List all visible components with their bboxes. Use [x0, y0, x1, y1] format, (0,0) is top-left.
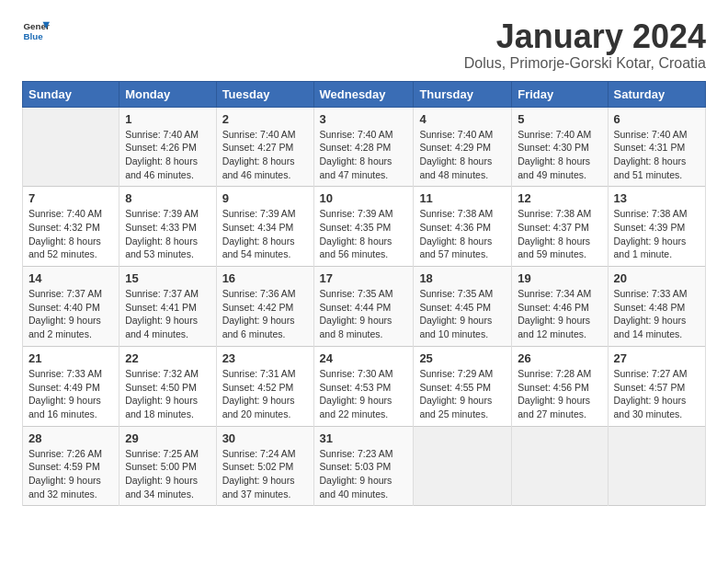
day-info: Sunrise: 7:38 AM Sunset: 4:36 PM Dayligh…	[419, 207, 506, 261]
calendar-cell	[23, 107, 119, 187]
day-info: Sunrise: 7:37 AM Sunset: 4:41 PM Dayligh…	[125, 287, 210, 341]
col-header-monday: Monday	[119, 81, 216, 107]
day-info: Sunrise: 7:32 AM Sunset: 4:50 PM Dayligh…	[125, 367, 210, 421]
week-row-3: 14Sunrise: 7:37 AM Sunset: 4:40 PM Dayli…	[23, 267, 706, 347]
day-number: 30	[222, 431, 308, 445]
day-info: Sunrise: 7:28 AM Sunset: 4:56 PM Dayligh…	[518, 367, 601, 421]
day-number: 4	[419, 112, 506, 126]
col-header-thursday: Thursday	[414, 81, 512, 107]
day-info: Sunrise: 7:26 AM Sunset: 4:59 PM Dayligh…	[28, 447, 113, 501]
calendar-cell: 31Sunrise: 7:23 AM Sunset: 5:03 PM Dayli…	[313, 426, 414, 506]
calendar-cell: 30Sunrise: 7:24 AM Sunset: 5:02 PM Dayli…	[216, 426, 313, 506]
day-info: Sunrise: 7:37 AM Sunset: 4:40 PM Dayligh…	[28, 287, 113, 341]
svg-text:Blue: Blue	[24, 31, 44, 41]
day-info: Sunrise: 7:35 AM Sunset: 4:45 PM Dayligh…	[419, 287, 506, 341]
calendar-cell	[414, 426, 512, 506]
calendar-cell: 9Sunrise: 7:39 AM Sunset: 4:34 PM Daylig…	[216, 187, 313, 267]
day-number: 7	[28, 191, 113, 205]
col-header-tuesday: Tuesday	[216, 81, 313, 107]
day-number: 18	[419, 271, 506, 285]
day-info: Sunrise: 7:24 AM Sunset: 5:02 PM Dayligh…	[222, 447, 308, 501]
calendar-cell: 17Sunrise: 7:35 AM Sunset: 4:44 PM Dayli…	[313, 267, 414, 347]
day-info: Sunrise: 7:40 AM Sunset: 4:29 PM Dayligh…	[419, 128, 506, 182]
calendar-cell: 25Sunrise: 7:29 AM Sunset: 4:55 PM Dayli…	[414, 346, 512, 426]
day-info: Sunrise: 7:30 AM Sunset: 4:53 PM Dayligh…	[320, 367, 408, 421]
calendar-cell: 19Sunrise: 7:34 AM Sunset: 4:46 PM Dayli…	[512, 267, 608, 347]
title-area: January 2024 Dolus, Primorje-Gorski Kota…	[464, 18, 706, 72]
col-header-saturday: Saturday	[608, 81, 706, 107]
calendar-cell: 18Sunrise: 7:35 AM Sunset: 4:45 PM Dayli…	[414, 267, 512, 347]
calendar-cell: 1Sunrise: 7:40 AM Sunset: 4:26 PM Daylig…	[119, 107, 216, 187]
week-row-5: 28Sunrise: 7:26 AM Sunset: 4:59 PM Dayli…	[23, 426, 706, 506]
col-header-wednesday: Wednesday	[313, 81, 414, 107]
calendar-cell: 22Sunrise: 7:32 AM Sunset: 4:50 PM Dayli…	[119, 346, 216, 426]
calendar-cell: 8Sunrise: 7:39 AM Sunset: 4:33 PM Daylig…	[119, 187, 216, 267]
calendar-cell: 28Sunrise: 7:26 AM Sunset: 4:59 PM Dayli…	[23, 426, 119, 506]
calendar-cell: 29Sunrise: 7:25 AM Sunset: 5:00 PM Dayli…	[119, 426, 216, 506]
day-info: Sunrise: 7:33 AM Sunset: 4:48 PM Dayligh…	[614, 287, 700, 341]
week-row-4: 21Sunrise: 7:33 AM Sunset: 4:49 PM Dayli…	[23, 346, 706, 426]
day-number: 31	[320, 431, 408, 445]
calendar-cell: 13Sunrise: 7:38 AM Sunset: 4:39 PM Dayli…	[608, 187, 706, 267]
calendar-cell: 6Sunrise: 7:40 AM Sunset: 4:31 PM Daylig…	[608, 107, 706, 187]
day-info: Sunrise: 7:40 AM Sunset: 4:31 PM Dayligh…	[614, 128, 700, 182]
day-info: Sunrise: 7:35 AM Sunset: 4:44 PM Dayligh…	[320, 287, 408, 341]
day-number: 13	[614, 191, 700, 205]
day-number: 11	[419, 191, 506, 205]
day-number: 21	[28, 351, 113, 365]
day-info: Sunrise: 7:40 AM Sunset: 4:27 PM Dayligh…	[222, 128, 308, 182]
calendar-cell	[608, 426, 706, 506]
day-number: 1	[125, 112, 210, 126]
subtitle: Dolus, Primorje-Gorski Kotar, Croatia	[464, 55, 706, 72]
day-number: 27	[614, 351, 700, 365]
day-number: 29	[125, 431, 210, 445]
calendar-cell: 11Sunrise: 7:38 AM Sunset: 4:36 PM Dayli…	[414, 187, 512, 267]
day-number: 22	[125, 351, 210, 365]
day-number: 9	[222, 191, 308, 205]
calendar-cell: 26Sunrise: 7:28 AM Sunset: 4:56 PM Dayli…	[512, 346, 608, 426]
calendar-cell: 27Sunrise: 7:27 AM Sunset: 4:57 PM Dayli…	[608, 346, 706, 426]
col-header-sunday: Sunday	[23, 81, 119, 107]
calendar-cell: 12Sunrise: 7:38 AM Sunset: 4:37 PM Dayli…	[512, 187, 608, 267]
day-number: 5	[518, 112, 601, 126]
logo: General Blue	[22, 18, 50, 46]
day-info: Sunrise: 7:39 AM Sunset: 4:35 PM Dayligh…	[320, 207, 408, 261]
calendar-cell: 7Sunrise: 7:40 AM Sunset: 4:32 PM Daylig…	[23, 187, 119, 267]
day-info: Sunrise: 7:38 AM Sunset: 4:39 PM Dayligh…	[614, 207, 700, 261]
day-number: 19	[518, 271, 601, 285]
day-info: Sunrise: 7:39 AM Sunset: 4:34 PM Dayligh…	[222, 207, 308, 261]
calendar-cell: 16Sunrise: 7:36 AM Sunset: 4:42 PM Dayli…	[216, 267, 313, 347]
header-row: SundayMondayTuesdayWednesdayThursdayFrid…	[23, 81, 706, 107]
calendar-cell: 15Sunrise: 7:37 AM Sunset: 4:41 PM Dayli…	[119, 267, 216, 347]
day-info: Sunrise: 7:40 AM Sunset: 4:32 PM Dayligh…	[28, 207, 113, 261]
calendar-cell: 5Sunrise: 7:40 AM Sunset: 4:30 PM Daylig…	[512, 107, 608, 187]
day-number: 23	[222, 351, 308, 365]
col-header-friday: Friday	[512, 81, 608, 107]
calendar-cell: 23Sunrise: 7:31 AM Sunset: 4:52 PM Dayli…	[216, 346, 313, 426]
day-number: 20	[614, 271, 700, 285]
day-info: Sunrise: 7:33 AM Sunset: 4:49 PM Dayligh…	[28, 367, 113, 421]
day-number: 2	[222, 112, 308, 126]
day-number: 8	[125, 191, 210, 205]
day-number: 12	[518, 191, 601, 205]
day-number: 17	[320, 271, 408, 285]
day-number: 24	[320, 351, 408, 365]
month-title: January 2024	[464, 18, 706, 55]
calendar-cell	[512, 426, 608, 506]
calendar-cell: 21Sunrise: 7:33 AM Sunset: 4:49 PM Dayli…	[23, 346, 119, 426]
day-info: Sunrise: 7:40 AM Sunset: 4:26 PM Dayligh…	[125, 128, 210, 182]
calendar-cell: 14Sunrise: 7:37 AM Sunset: 4:40 PM Dayli…	[23, 267, 119, 347]
day-number: 25	[419, 351, 506, 365]
day-info: Sunrise: 7:34 AM Sunset: 4:46 PM Dayligh…	[518, 287, 601, 341]
day-info: Sunrise: 7:25 AM Sunset: 5:00 PM Dayligh…	[125, 447, 210, 501]
day-number: 6	[614, 112, 700, 126]
day-number: 15	[125, 271, 210, 285]
day-number: 26	[518, 351, 601, 365]
calendar-cell: 20Sunrise: 7:33 AM Sunset: 4:48 PM Dayli…	[608, 267, 706, 347]
day-info: Sunrise: 7:27 AM Sunset: 4:57 PM Dayligh…	[614, 367, 700, 421]
day-info: Sunrise: 7:23 AM Sunset: 5:03 PM Dayligh…	[320, 447, 408, 501]
day-number: 16	[222, 271, 308, 285]
day-number: 10	[320, 191, 408, 205]
day-info: Sunrise: 7:40 AM Sunset: 4:28 PM Dayligh…	[320, 128, 408, 182]
calendar-cell: 4Sunrise: 7:40 AM Sunset: 4:29 PM Daylig…	[414, 107, 512, 187]
